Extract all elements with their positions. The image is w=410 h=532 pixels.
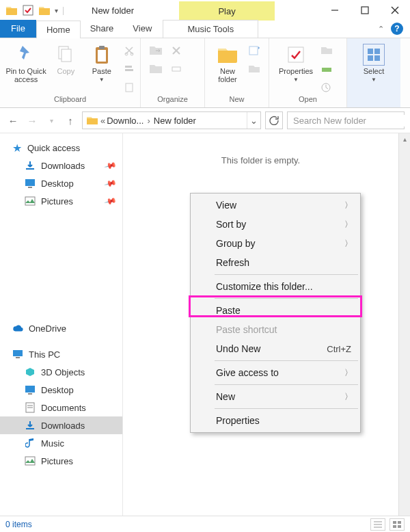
svg-rect-9: [99, 46, 105, 49]
easy-access-icon[interactable]: [247, 62, 261, 76]
ctx-view[interactable]: View〉: [191, 196, 359, 215]
forward-button: →: [25, 113, 40, 128]
search-box[interactable]: [287, 111, 405, 129]
sidebar-item-desktop[interactable]: Desktop: [0, 381, 122, 399]
ctx-undo-new[interactable]: Undo NewCtrl+Z: [191, 339, 359, 358]
desktop-icon: [25, 384, 36, 395]
group-label-select: [347, 95, 400, 107]
sidebar-item-pictures[interactable]: Pictures: [0, 452, 122, 470]
chevron-right-icon: 〉: [344, 391, 353, 403]
help-icon[interactable]: ?: [391, 23, 403, 35]
svg-rect-33: [25, 386, 35, 393]
svg-rect-27: [26, 168, 34, 170]
tab-view[interactable]: View: [123, 20, 161, 38]
tab-share[interactable]: Share: [81, 20, 124, 38]
delete-icon: [169, 44, 183, 57]
svg-rect-29: [28, 187, 32, 188]
collapse-ribbon-icon[interactable]: ⌃: [378, 25, 384, 34]
svg-rect-31: [13, 350, 23, 356]
ctx-sort-by[interactable]: Sort by〉: [191, 215, 359, 234]
ctx-refresh[interactable]: Refresh: [191, 253, 359, 272]
desktop-icon: [25, 178, 36, 189]
shortcut-label: Ctrl+Z: [327, 344, 351, 354]
chevron-right-icon: 〉: [344, 200, 353, 211]
chevron-right-icon[interactable]: ›: [145, 116, 152, 126]
ctx-customize[interactable]: Customize this folder...: [191, 277, 359, 296]
folder-icon: [85, 114, 99, 127]
sidebar-item-3d-objects[interactable]: 3D Objects: [0, 363, 122, 381]
chevron-down-icon[interactable]: ▼: [99, 77, 105, 83]
address-dropdown[interactable]: ⌄: [247, 112, 260, 129]
maximize-button[interactable]: [350, 0, 380, 21]
svg-rect-17: [172, 67, 180, 71]
ctx-paste[interactable]: Paste: [191, 301, 359, 320]
new-folder-button[interactable]: New folder: [209, 42, 246, 83]
move-to-icon: [149, 44, 163, 57]
minimize-button[interactable]: [320, 0, 350, 21]
separator: [215, 360, 358, 361]
sidebar-item-quick-access[interactable]: ★ Quick access: [0, 139, 122, 157]
svg-rect-8: [98, 50, 106, 62]
close-button[interactable]: [380, 0, 410, 21]
group-label-open: Open: [269, 95, 346, 107]
sidebar-item-documents[interactable]: Documents: [0, 399, 122, 416]
sidebar-item-onedrive[interactable]: OneDrive: [0, 319, 122, 337]
cut-icon: [122, 44, 136, 57]
checkbox-icon[interactable]: [22, 4, 34, 16]
ctx-properties[interactable]: Properties: [191, 411, 359, 430]
ctx-new[interactable]: New〉: [191, 387, 359, 406]
pin-icon: [15, 44, 37, 66]
tab-music-tools[interactable]: Music Tools: [163, 20, 258, 38]
details-view-button[interactable]: [370, 518, 385, 531]
sidebar-item-this-pc[interactable]: This PC: [0, 345, 122, 363]
sidebar-item-pictures[interactable]: Pictures 📌: [0, 192, 122, 210]
copy-to-icon: [149, 62, 163, 76]
scroll-up-icon[interactable]: ▴: [399, 133, 410, 145]
svg-rect-23: [368, 55, 373, 61]
search-input[interactable]: [292, 115, 409, 127]
pin-icon: 📌: [104, 159, 118, 172]
ctx-group-by[interactable]: Group by〉: [191, 234, 359, 253]
folder-icon: [38, 4, 51, 16]
recent-locations-button[interactable]: ▾: [44, 113, 59, 128]
sidebar-item-downloads[interactable]: Downloads: [0, 416, 122, 434]
cloud-icon: [12, 323, 23, 334]
sidebar-item-desktop[interactable]: Desktop 📌: [0, 174, 122, 192]
chevron-down-icon[interactable]: ▼: [371, 77, 377, 83]
ribbon-tabs: File Home Share View Music Tools ⌃ ?: [0, 21, 410, 38]
pin-to-quick-access-button[interactable]: Pin to Quick access: [4, 42, 48, 83]
svg-rect-38: [26, 428, 34, 429]
refresh-button[interactable]: [265, 111, 283, 129]
ctx-paste-shortcut: Paste shortcut: [191, 320, 359, 339]
download-icon: [25, 420, 36, 431]
sidebar-item-downloads[interactable]: Downloads 📌: [0, 157, 122, 174]
breadcrumb-segment[interactable]: New folder: [154, 116, 196, 126]
svg-rect-6: [62, 49, 71, 62]
rename-icon: [169, 62, 183, 76]
select-button[interactable]: Select ▼: [355, 42, 392, 83]
open-icon: [320, 44, 333, 57]
tab-file[interactable]: File: [0, 20, 36, 38]
qat-dropdown[interactable]: ▾: [55, 7, 58, 14]
copy-icon: [55, 44, 77, 66]
back-button[interactable]: ←: [5, 113, 20, 128]
ctx-give-access[interactable]: Give access to〉: [191, 363, 359, 382]
star-icon: ★: [12, 142, 22, 155]
quick-access-toolbar: ▾ |: [0, 4, 89, 16]
navigation-pane: ★ Quick access Downloads 📌 Desktop 📌 Pic…: [0, 133, 123, 516]
scrollbar[interactable]: ▴: [398, 133, 410, 516]
pin-icon: 📌: [104, 194, 118, 208]
icons-view-button[interactable]: [390, 518, 405, 531]
tab-home[interactable]: Home: [36, 21, 81, 38]
clipboard-icon: [91, 44, 113, 66]
sidebar-item-music[interactable]: Music: [0, 434, 122, 452]
properties-button[interactable]: Properties ▼: [273, 42, 318, 83]
contextual-tab-header[interactable]: Play: [179, 1, 275, 21]
new-item-icon[interactable]: [247, 44, 261, 57]
svg-rect-22: [374, 49, 380, 54]
address-bar[interactable]: « Downlo... › New folder ⌄: [82, 111, 261, 129]
paste-button[interactable]: Paste ▼: [84, 42, 120, 83]
up-button[interactable]: ↑: [63, 113, 78, 128]
breadcrumb-segment[interactable]: Downlo...: [107, 116, 144, 126]
chevron-down-icon[interactable]: ▼: [293, 77, 299, 83]
